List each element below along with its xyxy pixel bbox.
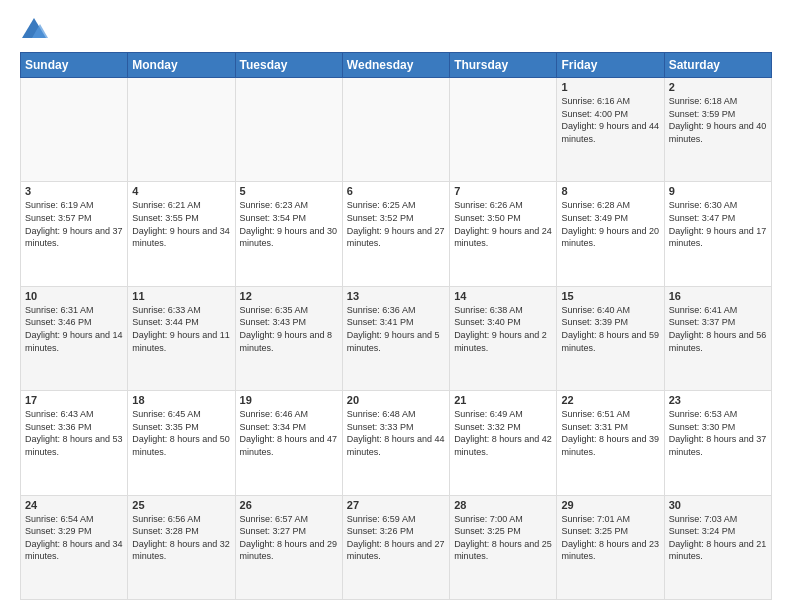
day-number: 14 bbox=[454, 290, 552, 302]
day-info: Sunrise: 6:33 AM Sunset: 3:44 PM Dayligh… bbox=[132, 304, 230, 354]
day-number: 18 bbox=[132, 394, 230, 406]
day-info: Sunrise: 7:01 AM Sunset: 3:25 PM Dayligh… bbox=[561, 513, 659, 563]
day-number: 20 bbox=[347, 394, 445, 406]
day-info: Sunrise: 6:51 AM Sunset: 3:31 PM Dayligh… bbox=[561, 408, 659, 458]
calendar-cell: 27Sunrise: 6:59 AM Sunset: 3:26 PM Dayli… bbox=[342, 495, 449, 599]
calendar-day-header: Monday bbox=[128, 53, 235, 78]
calendar-table: SundayMondayTuesdayWednesdayThursdayFrid… bbox=[20, 52, 772, 600]
calendar-cell: 22Sunrise: 6:51 AM Sunset: 3:31 PM Dayli… bbox=[557, 391, 664, 495]
day-number: 22 bbox=[561, 394, 659, 406]
calendar-cell: 9Sunrise: 6:30 AM Sunset: 3:47 PM Daylig… bbox=[664, 182, 771, 286]
day-info: Sunrise: 6:46 AM Sunset: 3:34 PM Dayligh… bbox=[240, 408, 338, 458]
calendar-week-row: 3Sunrise: 6:19 AM Sunset: 3:57 PM Daylig… bbox=[21, 182, 772, 286]
calendar-cell: 8Sunrise: 6:28 AM Sunset: 3:49 PM Daylig… bbox=[557, 182, 664, 286]
day-number: 7 bbox=[454, 185, 552, 197]
day-info: Sunrise: 6:28 AM Sunset: 3:49 PM Dayligh… bbox=[561, 199, 659, 249]
calendar-cell: 1Sunrise: 6:16 AM Sunset: 4:00 PM Daylig… bbox=[557, 78, 664, 182]
calendar-cell: 20Sunrise: 6:48 AM Sunset: 3:33 PM Dayli… bbox=[342, 391, 449, 495]
day-number: 4 bbox=[132, 185, 230, 197]
calendar-cell: 21Sunrise: 6:49 AM Sunset: 3:32 PM Dayli… bbox=[450, 391, 557, 495]
header bbox=[20, 16, 772, 44]
day-number: 19 bbox=[240, 394, 338, 406]
day-info: Sunrise: 6:59 AM Sunset: 3:26 PM Dayligh… bbox=[347, 513, 445, 563]
calendar-day-header: Tuesday bbox=[235, 53, 342, 78]
day-info: Sunrise: 6:16 AM Sunset: 4:00 PM Dayligh… bbox=[561, 95, 659, 145]
calendar-day-header: Thursday bbox=[450, 53, 557, 78]
calendar-cell: 16Sunrise: 6:41 AM Sunset: 3:37 PM Dayli… bbox=[664, 286, 771, 390]
calendar-day-header: Sunday bbox=[21, 53, 128, 78]
day-number: 1 bbox=[561, 81, 659, 93]
calendar-cell: 12Sunrise: 6:35 AM Sunset: 3:43 PM Dayli… bbox=[235, 286, 342, 390]
day-info: Sunrise: 6:43 AM Sunset: 3:36 PM Dayligh… bbox=[25, 408, 123, 458]
logo bbox=[20, 16, 52, 44]
day-info: Sunrise: 6:30 AM Sunset: 3:47 PM Dayligh… bbox=[669, 199, 767, 249]
calendar-week-row: 1Sunrise: 6:16 AM Sunset: 4:00 PM Daylig… bbox=[21, 78, 772, 182]
calendar-cell bbox=[128, 78, 235, 182]
day-info: Sunrise: 6:57 AM Sunset: 3:27 PM Dayligh… bbox=[240, 513, 338, 563]
day-info: Sunrise: 6:38 AM Sunset: 3:40 PM Dayligh… bbox=[454, 304, 552, 354]
day-number: 9 bbox=[669, 185, 767, 197]
calendar-cell: 15Sunrise: 6:40 AM Sunset: 3:39 PM Dayli… bbox=[557, 286, 664, 390]
calendar-cell bbox=[21, 78, 128, 182]
calendar-cell: 14Sunrise: 6:38 AM Sunset: 3:40 PM Dayli… bbox=[450, 286, 557, 390]
day-info: Sunrise: 6:53 AM Sunset: 3:30 PM Dayligh… bbox=[669, 408, 767, 458]
day-info: Sunrise: 6:54 AM Sunset: 3:29 PM Dayligh… bbox=[25, 513, 123, 563]
calendar-cell: 17Sunrise: 6:43 AM Sunset: 3:36 PM Dayli… bbox=[21, 391, 128, 495]
day-number: 16 bbox=[669, 290, 767, 302]
day-number: 11 bbox=[132, 290, 230, 302]
calendar-cell: 28Sunrise: 7:00 AM Sunset: 3:25 PM Dayli… bbox=[450, 495, 557, 599]
day-number: 13 bbox=[347, 290, 445, 302]
calendar-cell: 26Sunrise: 6:57 AM Sunset: 3:27 PM Dayli… bbox=[235, 495, 342, 599]
calendar-cell: 5Sunrise: 6:23 AM Sunset: 3:54 PM Daylig… bbox=[235, 182, 342, 286]
calendar-day-header: Wednesday bbox=[342, 53, 449, 78]
calendar-cell bbox=[450, 78, 557, 182]
day-info: Sunrise: 6:21 AM Sunset: 3:55 PM Dayligh… bbox=[132, 199, 230, 249]
calendar-cell: 7Sunrise: 6:26 AM Sunset: 3:50 PM Daylig… bbox=[450, 182, 557, 286]
day-number: 21 bbox=[454, 394, 552, 406]
calendar-cell: 10Sunrise: 6:31 AM Sunset: 3:46 PM Dayli… bbox=[21, 286, 128, 390]
day-info: Sunrise: 7:03 AM Sunset: 3:24 PM Dayligh… bbox=[669, 513, 767, 563]
calendar-cell: 18Sunrise: 6:45 AM Sunset: 3:35 PM Dayli… bbox=[128, 391, 235, 495]
day-info: Sunrise: 6:23 AM Sunset: 3:54 PM Dayligh… bbox=[240, 199, 338, 249]
day-number: 5 bbox=[240, 185, 338, 197]
day-number: 3 bbox=[25, 185, 123, 197]
day-number: 10 bbox=[25, 290, 123, 302]
calendar-cell: 4Sunrise: 6:21 AM Sunset: 3:55 PM Daylig… bbox=[128, 182, 235, 286]
day-number: 12 bbox=[240, 290, 338, 302]
day-number: 23 bbox=[669, 394, 767, 406]
day-number: 2 bbox=[669, 81, 767, 93]
calendar-cell: 19Sunrise: 6:46 AM Sunset: 3:34 PM Dayli… bbox=[235, 391, 342, 495]
day-info: Sunrise: 6:35 AM Sunset: 3:43 PM Dayligh… bbox=[240, 304, 338, 354]
calendar-cell: 30Sunrise: 7:03 AM Sunset: 3:24 PM Dayli… bbox=[664, 495, 771, 599]
calendar-week-row: 17Sunrise: 6:43 AM Sunset: 3:36 PM Dayli… bbox=[21, 391, 772, 495]
day-info: Sunrise: 6:19 AM Sunset: 3:57 PM Dayligh… bbox=[25, 199, 123, 249]
day-info: Sunrise: 6:49 AM Sunset: 3:32 PM Dayligh… bbox=[454, 408, 552, 458]
logo-icon bbox=[20, 16, 48, 44]
day-number: 8 bbox=[561, 185, 659, 197]
calendar-day-header: Saturday bbox=[664, 53, 771, 78]
day-info: Sunrise: 6:25 AM Sunset: 3:52 PM Dayligh… bbox=[347, 199, 445, 249]
calendar-cell: 25Sunrise: 6:56 AM Sunset: 3:28 PM Dayli… bbox=[128, 495, 235, 599]
day-number: 30 bbox=[669, 499, 767, 511]
day-info: Sunrise: 6:48 AM Sunset: 3:33 PM Dayligh… bbox=[347, 408, 445, 458]
day-number: 17 bbox=[25, 394, 123, 406]
day-number: 25 bbox=[132, 499, 230, 511]
calendar-cell bbox=[235, 78, 342, 182]
day-info: Sunrise: 6:56 AM Sunset: 3:28 PM Dayligh… bbox=[132, 513, 230, 563]
day-number: 24 bbox=[25, 499, 123, 511]
day-info: Sunrise: 6:45 AM Sunset: 3:35 PM Dayligh… bbox=[132, 408, 230, 458]
day-info: Sunrise: 6:18 AM Sunset: 3:59 PM Dayligh… bbox=[669, 95, 767, 145]
day-number: 27 bbox=[347, 499, 445, 511]
day-info: Sunrise: 6:40 AM Sunset: 3:39 PM Dayligh… bbox=[561, 304, 659, 354]
day-number: 26 bbox=[240, 499, 338, 511]
day-info: Sunrise: 7:00 AM Sunset: 3:25 PM Dayligh… bbox=[454, 513, 552, 563]
calendar-week-row: 10Sunrise: 6:31 AM Sunset: 3:46 PM Dayli… bbox=[21, 286, 772, 390]
day-info: Sunrise: 6:41 AM Sunset: 3:37 PM Dayligh… bbox=[669, 304, 767, 354]
calendar-cell: 24Sunrise: 6:54 AM Sunset: 3:29 PM Dayli… bbox=[21, 495, 128, 599]
calendar-cell: 11Sunrise: 6:33 AM Sunset: 3:44 PM Dayli… bbox=[128, 286, 235, 390]
calendar-cell: 29Sunrise: 7:01 AM Sunset: 3:25 PM Dayli… bbox=[557, 495, 664, 599]
calendar-cell: 6Sunrise: 6:25 AM Sunset: 3:52 PM Daylig… bbox=[342, 182, 449, 286]
day-number: 15 bbox=[561, 290, 659, 302]
day-number: 28 bbox=[454, 499, 552, 511]
page: SundayMondayTuesdayWednesdayThursdayFrid… bbox=[0, 0, 792, 612]
